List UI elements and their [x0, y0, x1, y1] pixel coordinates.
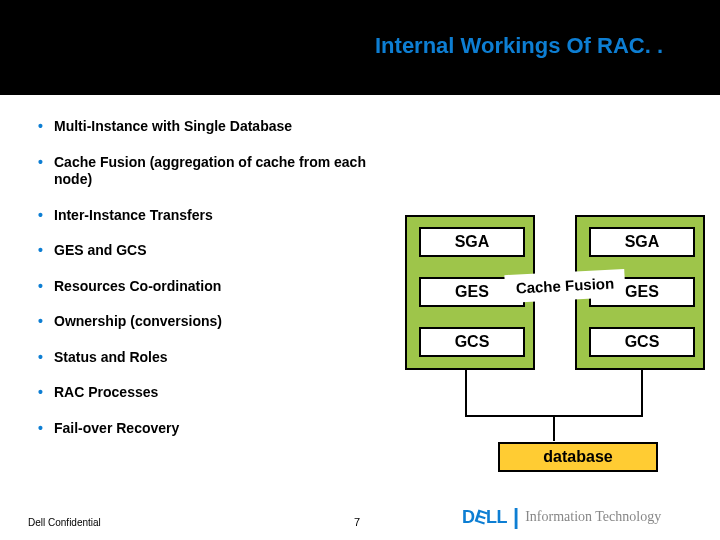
node-left-sga: SGA — [419, 227, 525, 257]
bullet-item: Resources Co-ordination — [38, 278, 398, 296]
rac-diagram: SGA GES GCS SGA GES GCS Cache Fusion — [405, 215, 705, 405]
bullet-item: GES and GCS — [38, 242, 398, 260]
bullet-item: Multi-Instance with Single Database — [38, 118, 398, 136]
database-box: database — [498, 442, 658, 472]
node-right-sga: SGA — [589, 227, 695, 257]
connector — [465, 370, 467, 415]
slide: Internal Workings Of RAC. . Multi-Instan… — [0, 0, 720, 540]
bullet-item: Status and Roles — [38, 349, 398, 367]
bullet-item: Ownership (conversions) — [38, 313, 398, 331]
logo-dell-text: DELL — [462, 507, 507, 528]
bullet-list: Multi-Instance with Single Database Cach… — [38, 118, 398, 455]
bullet-item: Cache Fusion (aggregation of cache from … — [38, 154, 398, 189]
logo-separator: | — [513, 504, 519, 530]
dell-logo: DELL | Information Technology — [462, 504, 661, 530]
connector — [553, 415, 555, 441]
slide-title: Internal Workings Of RAC. . — [375, 33, 663, 59]
footer-page-number: 7 — [354, 516, 360, 528]
logo-it-text: Information Technology — [525, 509, 661, 525]
connector — [641, 370, 643, 415]
bullet-item: Fail-over Recovery — [38, 420, 398, 438]
bullet-item: Inter-Instance Transfers — [38, 207, 398, 225]
node-right-gcs: GCS — [589, 327, 695, 357]
bullet-item: RAC Processes — [38, 384, 398, 402]
node-left-gcs: GCS — [419, 327, 525, 357]
footer-confidential: Dell Confidential — [28, 517, 101, 528]
